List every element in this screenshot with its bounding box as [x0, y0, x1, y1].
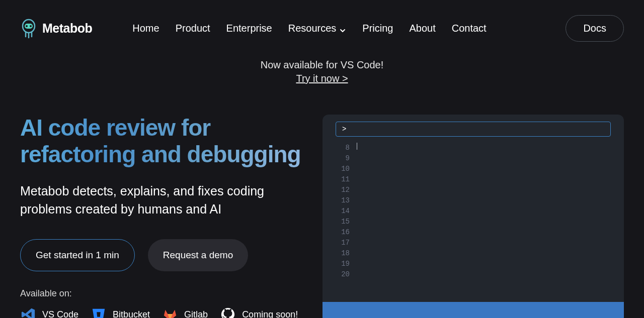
bitbucket-icon	[91, 307, 107, 318]
line-number: 12	[338, 185, 350, 195]
line-number: 18	[338, 248, 350, 259]
github-icon	[220, 307, 236, 318]
line-number: 15	[338, 217, 350, 227]
nav-pricing[interactable]: Pricing	[362, 23, 393, 34]
line-number: 11	[338, 174, 350, 185]
hero-headline: AI code review for refactoring and debug…	[20, 115, 307, 168]
announcement-banner: Now available for VS Code! Try it now >	[0, 59, 644, 84]
editor-cursor	[357, 143, 357, 150]
vscode-icon	[20, 307, 36, 318]
line-number: 9	[338, 153, 350, 164]
line-number: 16	[338, 227, 350, 238]
chevron-down-icon	[339, 25, 346, 32]
get-started-button[interactable]: Get started in 1 min	[20, 239, 135, 271]
editor-bottom-bar	[323, 302, 624, 318]
nav-product[interactable]: Product	[176, 23, 210, 34]
platform-label: Coming soon!	[242, 309, 298, 318]
line-number: 14	[338, 206, 350, 217]
editor-panel: > 8 9 10 11 12 13 14 15 16 17 18 19 20	[323, 115, 624, 318]
terminal-prompt[interactable]: >	[336, 122, 611, 137]
line-number: 8	[338, 143, 350, 153]
line-number: 10	[338, 164, 350, 174]
editor-area[interactable]: 8 9 10 11 12 13 14 15 16 17 18 19 20	[330, 137, 617, 302]
platform-label: Bitbucket	[113, 309, 150, 318]
platform-gitlab[interactable]: Gitlab	[162, 307, 208, 318]
line-number: 13	[338, 195, 350, 206]
brand-name: Metabob	[42, 21, 92, 36]
available-on-label: Available on:	[20, 288, 307, 299]
hero-subheadline: Metabob detects, explains, and fixes cod…	[20, 182, 307, 219]
platform-vscode[interactable]: VS Code	[20, 307, 78, 318]
platform-label: Gitlab	[184, 309, 208, 318]
announcement-text: Now available for VS Code!	[0, 59, 644, 71]
docs-button[interactable]: Docs	[566, 15, 624, 42]
platform-github[interactable]: Coming soon!	[220, 307, 298, 318]
request-demo-button[interactable]: Request a demo	[148, 239, 248, 271]
nav-resources[interactable]: Resources	[288, 23, 347, 34]
line-number: 19	[338, 259, 350, 269]
logo-icon	[20, 19, 37, 39]
platform-bitbucket[interactable]: Bitbucket	[91, 307, 150, 318]
nav-home[interactable]: Home	[132, 23, 159, 34]
platform-label: VS Code	[42, 309, 78, 318]
line-number: 17	[338, 238, 350, 248]
main-nav: Home Product Enterprise Resources Pricin…	[132, 23, 486, 34]
nav-contact[interactable]: Contact	[452, 23, 487, 34]
gitlab-icon	[162, 307, 178, 318]
platform-list: VS Code Bitbucket Gitlab Coming soon!	[20, 307, 307, 318]
svg-point-1	[26, 25, 28, 27]
nav-enterprise[interactable]: Enterprise	[226, 23, 272, 34]
announcement-link[interactable]: Try it now >	[0, 73, 644, 84]
nav-about[interactable]: About	[409, 23, 435, 34]
brand-logo[interactable]: Metabob	[20, 19, 92, 39]
line-number: 20	[338, 269, 350, 280]
svg-point-2	[30, 25, 32, 27]
